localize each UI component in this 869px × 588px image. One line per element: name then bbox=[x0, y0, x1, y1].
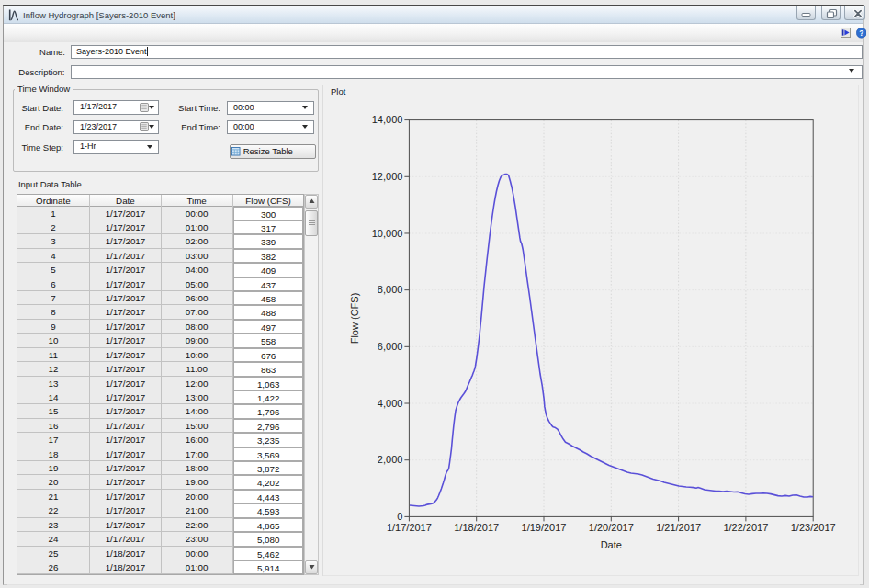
svg-text:6,000: 6,000 bbox=[378, 341, 403, 352]
svg-text:1/17/2017: 1/17/2017 bbox=[387, 522, 432, 533]
svg-text:1/19/2017: 1/19/2017 bbox=[522, 522, 567, 533]
svg-text:1/22/2017: 1/22/2017 bbox=[723, 522, 768, 533]
svg-text:14,000: 14,000 bbox=[372, 114, 403, 125]
svg-text:12,000: 12,000 bbox=[372, 171, 403, 182]
svg-text:0: 0 bbox=[397, 511, 402, 522]
svg-text:1/21/2017: 1/21/2017 bbox=[656, 522, 701, 533]
svg-text:4,000: 4,000 bbox=[378, 398, 403, 409]
svg-text:Flow (CFS): Flow (CFS) bbox=[349, 293, 360, 345]
svg-text:1/18/2017: 1/18/2017 bbox=[454, 522, 499, 533]
svg-text:8,000: 8,000 bbox=[378, 284, 403, 295]
svg-text:2,000: 2,000 bbox=[378, 454, 403, 465]
svg-text:10,000: 10,000 bbox=[372, 228, 403, 239]
svg-text:1/20/2017: 1/20/2017 bbox=[589, 522, 634, 533]
svg-text:1/23/2017: 1/23/2017 bbox=[791, 522, 836, 533]
svg-text:?: ? bbox=[859, 28, 863, 38]
svg-text:Date: Date bbox=[601, 539, 622, 550]
